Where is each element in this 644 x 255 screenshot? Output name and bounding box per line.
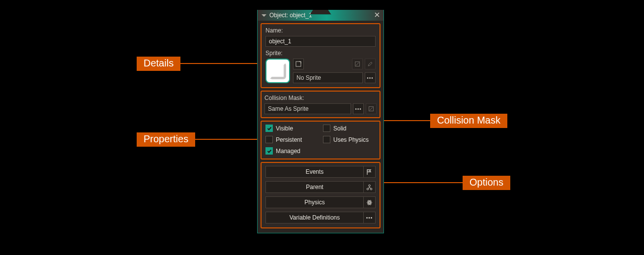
events-button[interactable]: Events — [265, 166, 376, 178]
pencil-icon — [367, 61, 373, 67]
svg-rect-0 — [296, 62, 301, 66]
callout-label: Properties — [137, 132, 195, 147]
edit-icon — [368, 106, 374, 112]
callout-label: Options — [463, 176, 510, 190]
checkbox-persistent[interactable]: Persistent — [265, 136, 318, 143]
svg-point-3 — [369, 185, 371, 187]
callout-label: Details — [137, 57, 180, 71]
details-section: Name: Sprite: — [261, 23, 381, 88]
collision-mask-value: Same As Sprite — [268, 105, 309, 112]
name-input[interactable] — [265, 36, 376, 47]
object-editor-window: Object: object_1 Name: Sprite: — [257, 10, 384, 233]
variable-definitions-button[interactable]: Variable Definitions ••• — [265, 212, 376, 223]
parent-icon — [366, 184, 373, 191]
checkbox-visible[interactable]: Visible — [265, 125, 318, 132]
callout-details: Details — [137, 56, 267, 71]
button-label: Variable Definitions — [266, 214, 363, 221]
collision-edit-button[interactable] — [366, 103, 377, 114]
physics-button[interactable]: Physics — [265, 196, 376, 208]
checkbox-solid[interactable]: Solid — [323, 125, 376, 132]
checkbox-label: Managed — [276, 148, 300, 155]
callout-line — [382, 182, 463, 183]
svg-point-5 — [370, 188, 372, 190]
collision-mask-label: Collision Mask: — [264, 95, 377, 101]
callout-collision-mask: Collision Mask — [382, 113, 507, 128]
callout-line — [180, 63, 267, 64]
collision-mask-section: Collision Mask: Same As Sprite ••• — [261, 91, 381, 118]
more-icon: ••• — [355, 106, 362, 112]
sprite-preview[interactable] — [265, 59, 290, 83]
close-button[interactable] — [374, 11, 381, 18]
sprite-select-value: No Sprite — [296, 74, 321, 81]
button-label: Events — [266, 168, 363, 175]
checkbox-label: Solid — [333, 125, 347, 132]
button-label: Physics — [266, 199, 363, 206]
sprite-more-button[interactable]: ••• — [365, 72, 376, 83]
atom-icon — [366, 199, 373, 206]
sprite-expand-button[interactable] — [293, 59, 304, 69]
more-icon: ••• — [367, 75, 374, 81]
button-label: Parent — [266, 184, 363, 191]
checkbox-label: Uses Physics — [333, 136, 369, 143]
sprite-select[interactable]: No Sprite — [293, 72, 363, 83]
callout-line — [382, 120, 430, 121]
close-icon — [375, 12, 380, 17]
sprite-pencil-button[interactable] — [365, 59, 376, 69]
flag-icon — [366, 169, 373, 175]
checkbox-label: Visible — [276, 125, 293, 132]
titlebar-notch — [310, 10, 331, 15]
expand-icon — [295, 61, 301, 67]
collision-more-button[interactable]: ••• — [353, 103, 364, 114]
more-icon: ••• — [366, 215, 373, 221]
check-icon — [267, 126, 272, 131]
name-label: Name: — [265, 27, 376, 34]
svg-point-4 — [367, 188, 369, 190]
check-icon — [267, 149, 272, 154]
callout-properties: Properties — [137, 132, 266, 147]
properties-section: Visible Solid Persistent Uses Physics Ma… — [261, 121, 381, 159]
edit-icon — [354, 61, 360, 67]
callout-options: Options — [382, 175, 510, 190]
callout-line — [195, 139, 266, 140]
callout-label: Collision Mask — [430, 114, 507, 128]
checkbox-label: Persistent — [276, 136, 302, 143]
options-section: Events Parent Physics Variable Definitio… — [261, 162, 381, 228]
svg-point-6 — [369, 202, 370, 203]
parent-button[interactable]: Parent — [265, 181, 376, 193]
window-title: Object: object_1 — [269, 12, 312, 19]
collapse-triangle-icon[interactable] — [262, 14, 266, 17]
collision-mask-select[interactable]: Same As Sprite — [264, 103, 351, 114]
sprite-edit-button[interactable] — [352, 59, 363, 69]
sprite-label: Sprite: — [265, 50, 376, 57]
checkbox-managed[interactable]: Managed — [265, 147, 318, 155]
checkbox-uses-physics[interactable]: Uses Physics — [323, 136, 376, 143]
window-titlebar[interactable]: Object: object_1 — [258, 10, 383, 21]
